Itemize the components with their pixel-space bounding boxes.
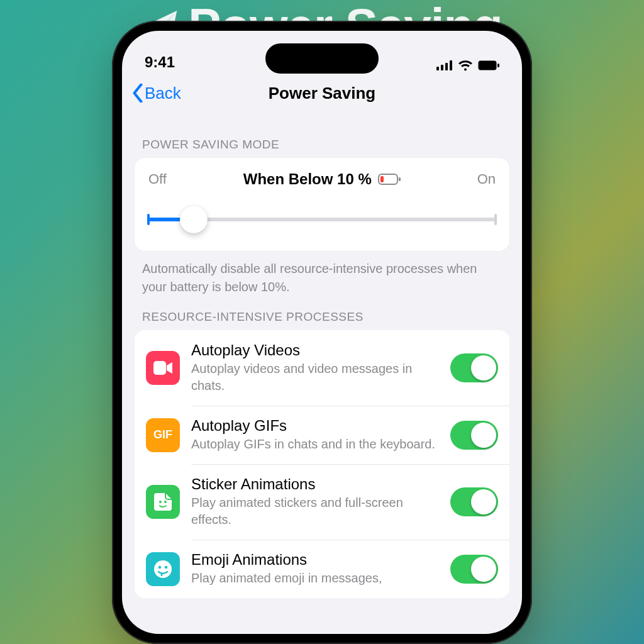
- svg-rect-1: [441, 65, 443, 70]
- cellular-signal-icon: [436, 60, 453, 70]
- power-saving-slider[interactable]: [148, 202, 496, 237]
- slider-thumb[interactable]: [180, 206, 208, 233]
- section-footer-power-saving-mode: Automatically disable all resource-inten…: [135, 251, 509, 296]
- back-label: Back: [145, 84, 181, 103]
- svg-rect-7: [380, 176, 384, 182]
- toggle-autoplay-videos[interactable]: [450, 353, 498, 382]
- toggle-emoji-animations[interactable]: [450, 555, 498, 584]
- chevron-left-icon: [132, 84, 143, 103]
- row-title: Autoplay Videos: [191, 341, 439, 359]
- row-subtitle: Autoplay GIFs in chats and in the keyboa…: [191, 436, 439, 453]
- toggle-autoplay-gifs[interactable]: [450, 421, 498, 450]
- row-title: Autoplay GIFs: [191, 417, 439, 435]
- nav-bar: Back Power Saving: [122, 74, 522, 113]
- slider-center-label: When Below 10 %: [243, 170, 401, 188]
- battery-low-icon: [378, 174, 401, 185]
- row-sticker-animations[interactable]: Sticker Animations Play animated sticker…: [135, 464, 509, 540]
- svg-point-12: [154, 560, 172, 578]
- svg-point-14: [165, 565, 168, 569]
- svg-rect-4: [479, 61, 497, 70]
- wifi-icon: [458, 60, 473, 71]
- slider-label-off: Off: [148, 171, 167, 187]
- svg-point-13: [158, 565, 162, 569]
- phone-screen: 9:41 Back Power Saving POWER SAVIN: [122, 31, 522, 634]
- row-emoji-animations[interactable]: Emoji Animations Play animated emoji in …: [135, 540, 509, 598]
- section-header-power-saving-mode: POWER SAVING MODE: [135, 124, 509, 158]
- emoji-icon: [146, 552, 180, 586]
- svg-rect-3: [450, 60, 452, 70]
- processes-list: Autoplay Videos Autoplay videos and vide…: [135, 330, 509, 598]
- status-time: 9:41: [145, 53, 175, 71]
- dynamic-island: [265, 43, 379, 74]
- svg-rect-5: [497, 64, 499, 67]
- section-header-processes: RESOURCE-INTENSIVE PROCESSES: [135, 296, 509, 330]
- toggle-sticker-animations[interactable]: [450, 487, 498, 516]
- row-subtitle: Play animated stickers and full-screen e…: [191, 494, 439, 528]
- sticker-icon: [146, 485, 180, 519]
- row-title: Sticker Animations: [191, 475, 439, 493]
- battery-icon: [478, 60, 499, 70]
- svg-rect-8: [399, 177, 401, 181]
- video-icon: [146, 351, 180, 385]
- row-subtitle: Play animated emoji in messages,: [191, 570, 439, 587]
- back-button[interactable]: Back: [132, 84, 181, 103]
- gif-icon-label: GIF: [153, 428, 172, 441]
- row-autoplay-gifs[interactable]: GIF Autoplay GIFs Autoplay GIFs in chats…: [135, 406, 509, 464]
- svg-point-10: [159, 501, 162, 503]
- slider-center-text: When Below 10 %: [243, 170, 372, 188]
- svg-point-11: [164, 501, 167, 503]
- row-subtitle: Autoplay videos and video messages in ch…: [191, 360, 439, 394]
- phone-frame: 9:41 Back Power Saving POWER SAVIN: [112, 21, 532, 644]
- gif-icon: GIF: [146, 418, 180, 452]
- row-autoplay-videos[interactable]: Autoplay Videos Autoplay videos and vide…: [135, 330, 509, 406]
- svg-rect-9: [153, 361, 166, 375]
- row-title: Emoji Animations: [191, 551, 439, 569]
- slider-label-on: On: [477, 171, 496, 187]
- page-title: Power Saving: [122, 84, 522, 103]
- power-saving-slider-panel: Off When Below 10 % On: [135, 158, 509, 251]
- svg-rect-0: [436, 67, 439, 70]
- svg-rect-2: [445, 63, 448, 70]
